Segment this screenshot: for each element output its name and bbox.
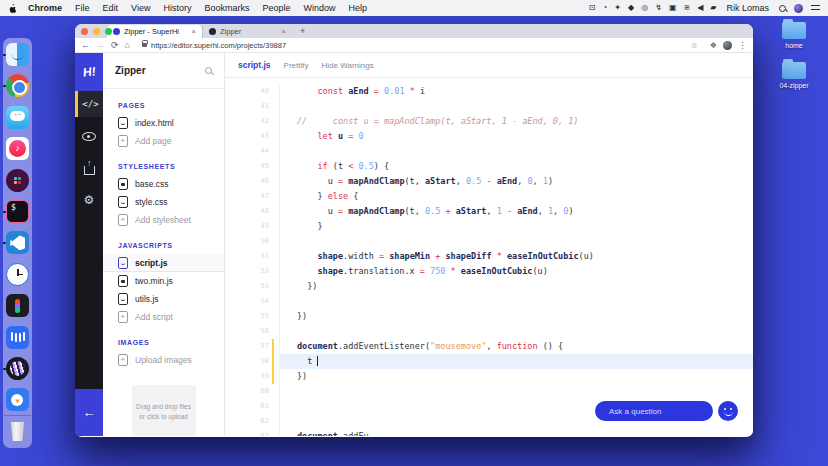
code-line-41[interactable]: 41 [225,99,753,114]
file-add-stylesheet[interactable]: Add stylesheet [103,211,224,229]
file-style-css[interactable]: style.css [103,193,224,211]
preview-button[interactable] [75,123,103,149]
file-base-css[interactable]: base.css [103,175,224,193]
home-icon[interactable]: ⌂ [125,41,130,50]
dock-terminal[interactable] [6,200,29,223]
back-to-dashboard-button[interactable]: ← [75,389,103,436]
menu-help[interactable]: Help [348,3,367,13]
spotlight-icon[interactable] [779,5,786,12]
browser-menu-icon[interactable]: ⋮ [738,41,747,50]
code-line-48[interactable]: 48 u = mapAndClamp(t, 0.5 + aStart, 1 - … [225,204,753,219]
dock-trash[interactable] [6,420,29,443]
dock-birdie[interactable] [6,388,29,411]
minimize-window-button[interactable] [93,28,100,35]
code-line-52[interactable]: 52 shape.translation.x = 750 * easeInOut… [225,264,753,279]
desktop-folder-04-zipper[interactable]: 04-zipper [772,62,816,89]
volume-icon[interactable]: ◀ [697,4,703,12]
dock-screenflow[interactable] [6,357,29,380]
code-line-59[interactable]: 59}) [225,369,753,384]
tab-zipper-superhi[interactable]: Zipper - SuperHi × [107,25,202,38]
code-line-43[interactable]: 43 let u = 0 [225,129,753,144]
code-line-60[interactable]: 60 [225,384,753,399]
code-view-button[interactable]: </> [75,91,103,117]
extension-icon[interactable]: ❖ [710,41,717,50]
dock-figma[interactable] [6,294,29,317]
share-button[interactable] [75,155,103,181]
menu-edit[interactable]: Edit [103,3,119,13]
prettify-button[interactable]: Prettify [284,61,309,70]
file-add-script[interactable]: Add script [103,308,224,326]
bookmark-star-icon[interactable]: ☆ [691,41,698,50]
reload-icon[interactable]: ⟳ [111,41,119,50]
dock-vscode[interactable] [6,231,29,254]
code-line-58[interactable]: 58 t [225,354,753,369]
battery-icon[interactable]: ▰ [710,4,716,12]
code-line-40[interactable]: 40 const aEnd = 0.01 * i [225,84,753,99]
code-line-47[interactable]: 47 } else { [225,189,753,204]
dock-slack[interactable] [6,169,29,192]
zoom-window-button[interactable] [105,28,112,35]
wifi-icon[interactable]: ≋ [683,4,690,12]
code-line-54[interactable]: 54 [225,294,753,309]
dock-intercom[interactable] [6,326,29,349]
dropbox-icon[interactable]: ◆ [628,4,634,12]
menu-history[interactable]: History [163,3,191,13]
settings-button[interactable]: ⚙ [75,187,103,213]
new-tab-button[interactable]: + [300,26,305,36]
menu-chrome[interactable]: Chrome [28,3,62,13]
close-window-button[interactable] [81,28,88,35]
close-tab-icon[interactable]: × [191,28,196,36]
apple-menu-icon[interactable] [8,3,17,14]
notification-center-icon[interactable] [811,4,820,12]
code-line-55[interactable]: 55}) [225,309,753,324]
display-icon[interactable]: ▣ [669,4,677,12]
menu-people[interactable]: People [262,3,290,13]
menu-file[interactable]: File [75,3,90,13]
file-two-min-js[interactable]: two.min.js [103,272,224,290]
dock-clock[interactable] [6,263,29,286]
dock-music[interactable] [6,137,29,160]
code-line-51[interactable]: 51 shape.width = shapeMin + shapeDiff * … [225,249,753,264]
code-line-46[interactable]: 46 u = mapAndClamp(t, aStart, 0.5 - aEnd… [225,174,753,189]
code-line-50[interactable]: 50 [225,234,753,249]
forward-icon[interactable]: → [96,41,105,50]
superhi-logo[interactable]: H! [75,53,103,91]
file-add-page[interactable]: Add page [103,132,224,150]
onepassword-icon[interactable]: ✦ [614,4,621,12]
file-upload-images[interactable]: Upload images [103,351,224,369]
back-icon[interactable]: ← [81,41,90,50]
profile-avatar[interactable] [723,41,732,50]
user-menu[interactable]: Rik Lomas [726,3,769,13]
close-tab-icon[interactable]: × [281,28,286,36]
tab-zipper-preview[interactable]: Zipper × [202,25,292,38]
file-dropzone[interactable]: Drag and drop files or click to upload [132,385,196,436]
file-script-js[interactable]: script.js [103,254,224,272]
bluetooth-icon[interactable]: ↯ [655,4,662,12]
backblaze-icon[interactable]: ◎ [641,4,648,12]
file-index-html[interactable]: index.html [103,114,224,132]
code-line-56[interactable]: 56 [225,324,753,339]
code-line-57[interactable]: 57document.addEventListener("mousemove",… [225,339,753,354]
clock-icon[interactable]: ◔ [603,4,608,12]
code-line-44[interactable]: 44 [225,144,753,159]
dock-messages[interactable] [6,106,29,129]
ask-a-question-input[interactable]: Ask a question [595,401,713,421]
screen-mirroring-icon[interactable]: ⊡ [589,4,596,12]
file-utils-js[interactable]: utils.js [103,290,224,308]
siri-icon[interactable] [794,4,803,13]
hide-warnings-button[interactable]: Hide Warnings [322,61,374,70]
desktop-folder-home[interactable]: home [772,22,816,49]
code-line-53[interactable]: 53 }) [225,279,753,294]
code-line-49[interactable]: 49 } [225,219,753,234]
menu-view[interactable]: View [131,3,150,13]
address-bar[interactable]: https://editor.superhi.com/projects/3988… [136,40,704,51]
code-line-42[interactable]: 42// const u = mapAndClamp(t, aStart, 1 … [225,114,753,129]
help-smiley-button[interactable] [718,401,738,421]
menu-window[interactable]: Window [303,3,335,13]
dock-chrome[interactable] [6,74,29,97]
dock-finder[interactable] [6,43,29,66]
code-area[interactable]: 40 const aEnd = 0.01 * i4142// const u =… [225,79,753,436]
code-line-63[interactable]: 63document.addEv [225,429,753,436]
code-line-45[interactable]: 45 if (t < 0.5) { [225,159,753,174]
menu-bookmarks[interactable]: Bookmarks [204,3,249,13]
